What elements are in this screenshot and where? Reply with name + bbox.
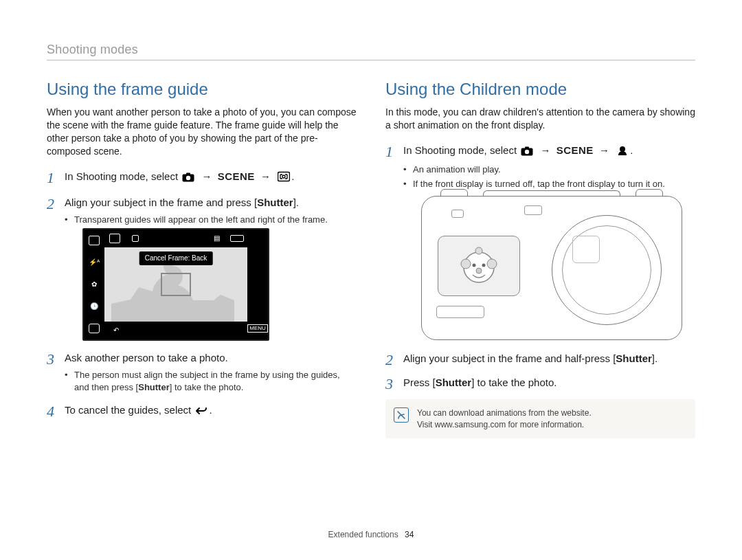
- step-text: Align your subject in the frame and pres…: [65, 197, 257, 208]
- lcd-icon: [89, 324, 100, 333]
- battery-icon: [230, 235, 244, 242]
- focus-rect-icon: [161, 273, 191, 296]
- step-text: To cancel the guides, select: [65, 404, 194, 416]
- step-text-end: ].: [652, 352, 657, 364]
- frame-guide-icon: [278, 171, 290, 186]
- right-intro: In this mode, you can draw children's at…: [385, 106, 695, 132]
- right-step-1: 1 In Shooting mode, select → SCENE → . A…: [385, 143, 695, 340]
- step-text: Align your subject in the frame and half…: [403, 352, 616, 364]
- left-step-1: 1 In Shooting mode, select → SCENE → .: [47, 169, 357, 186]
- camera-icon: [521, 145, 533, 159]
- svg-point-7: [525, 150, 529, 154]
- step-text-end: ] to take the photo.: [471, 377, 556, 388]
- svg-point-14: [482, 263, 486, 267]
- left-intro: When you want another person to take a p…: [47, 106, 357, 158]
- svg-point-2: [186, 175, 190, 179]
- left-title: Using the frame guide: [47, 80, 357, 99]
- back-icon: ↶: [113, 327, 119, 334]
- svg-rect-3: [278, 172, 290, 181]
- arrow-icon: →: [258, 170, 273, 182]
- left-step-3: 3 Ask another person to take a photo. Th…: [47, 350, 357, 393]
- arrow-icon: →: [596, 144, 612, 156]
- shutter-label: Shutter: [257, 197, 293, 208]
- right-step-2: 2 Align your subject in the frame and ha…: [385, 351, 695, 366]
- period: .: [630, 144, 633, 156]
- lcd-icon: [132, 235, 139, 242]
- svg-point-11: [461, 259, 471, 269]
- svg-point-10: [475, 247, 482, 254]
- camera-icon: [182, 171, 194, 186]
- note-line-2: Visit www.samsung.com for more informati…: [417, 419, 686, 431]
- menu-icon: MENU: [247, 324, 268, 333]
- arrow-icon: →: [199, 170, 214, 182]
- period: .: [291, 170, 294, 182]
- left-step-4: 4 To cancel the guides, select .: [47, 403, 357, 419]
- lcd-icon: 🕒: [90, 303, 98, 310]
- substep: The person must align the subject in the…: [65, 369, 357, 393]
- front-display: [438, 236, 520, 296]
- left-step-2: 2 Align your subject in the frame and pr…: [47, 195, 357, 341]
- right-column: Using the Children mode In this mode, yo…: [385, 80, 695, 438]
- clown-icon: [458, 245, 500, 287]
- shutter-label: Shutter: [436, 377, 472, 388]
- lens-icon: [552, 215, 662, 325]
- shutter-label: Shutter: [616, 352, 652, 364]
- right-title: Using the Children mode: [385, 80, 695, 99]
- section-header: Shooting modes: [47, 43, 695, 57]
- children-icon: [616, 145, 629, 159]
- step-text: In Shooting mode, select: [65, 170, 181, 182]
- svg-point-4: [282, 175, 285, 178]
- divider: [47, 60, 695, 60]
- lcd-cancel-label: Cancel Frame: Back: [139, 251, 213, 265]
- camera-figure: [421, 196, 682, 340]
- arrow-icon: →: [537, 144, 553, 156]
- footer-label: Extended functions: [328, 530, 398, 539]
- lcd-icon: [109, 234, 120, 243]
- page-footer: Extended functions 34: [0, 530, 742, 539]
- substep: Transparent guides will appear on the le…: [65, 214, 357, 226]
- note-icon: [394, 407, 409, 423]
- lcd-icon: ⚡ᴬ: [89, 259, 100, 266]
- lcd-icon: [89, 236, 100, 245]
- svg-point-12: [487, 259, 497, 269]
- note-box: You can download animations from the web…: [385, 399, 695, 439]
- substep: An animation will play.: [403, 164, 695, 176]
- svg-point-8: [620, 146, 625, 152]
- period: .: [209, 404, 212, 416]
- step-text-end: ].: [293, 197, 299, 208]
- left-column: Using the frame guide When you want anot…: [47, 80, 357, 438]
- step-text: Ask another person to take a photo.: [65, 352, 228, 363]
- svg-point-15: [476, 268, 482, 273]
- lcd-icon: ✿: [91, 281, 97, 288]
- scene-label: SCENE: [556, 144, 594, 156]
- back-icon: [195, 405, 207, 419]
- page-number: 34: [405, 530, 414, 539]
- step-text: In Shooting mode, select: [403, 144, 519, 156]
- note-line-1: You can download animations from the web…: [417, 407, 686, 419]
- svg-rect-6: [525, 146, 529, 148]
- step-text: Press [: [403, 377, 436, 388]
- lcd-icon: ▤: [214, 235, 220, 242]
- shutter-label: Shutter: [138, 382, 170, 392]
- scene-label: SCENE: [218, 170, 255, 182]
- svg-rect-1: [186, 172, 190, 175]
- svg-point-13: [473, 263, 476, 267]
- lcd-figure: ⚡ᴬ ✿ 🕒 ▤: [82, 228, 269, 341]
- right-step-3: 3 Press [Shutter] to take the photo.: [385, 375, 695, 390]
- substep-b: ] to take the photo.: [170, 382, 244, 392]
